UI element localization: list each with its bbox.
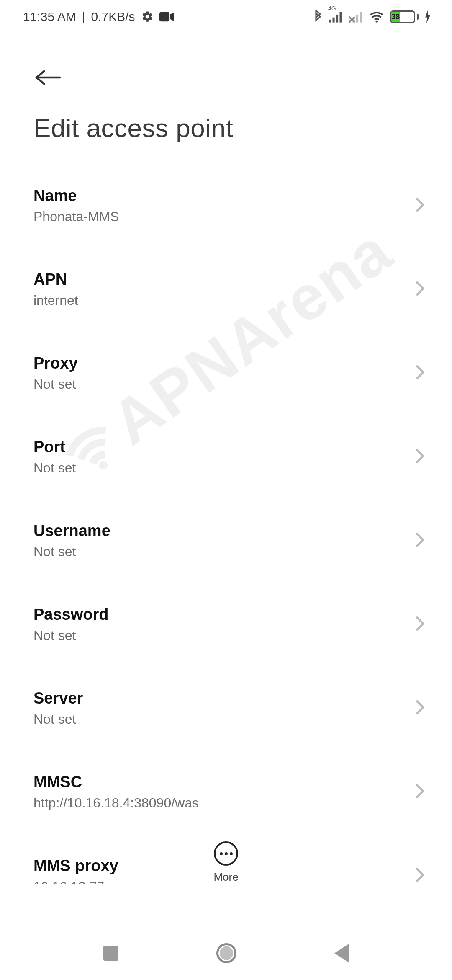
camera-icon bbox=[159, 12, 174, 22]
field-value: Not set bbox=[33, 628, 404, 643]
field-proxy[interactable]: Proxy Not set bbox=[33, 331, 429, 415]
field-label: Server bbox=[33, 689, 404, 707]
status-time: 11:35 AM bbox=[23, 10, 76, 24]
gear-icon bbox=[141, 10, 154, 23]
chevron-right-icon bbox=[415, 783, 425, 801]
wifi-icon bbox=[369, 10, 384, 23]
field-label: Password bbox=[33, 606, 404, 624]
page-title: Edit access point bbox=[33, 113, 452, 143]
field-username[interactable]: Username Not set bbox=[33, 499, 429, 583]
chevron-right-icon bbox=[415, 448, 425, 466]
field-apn[interactable]: APN internet bbox=[33, 248, 429, 331]
field-label: APN bbox=[33, 271, 404, 289]
chevron-right-icon bbox=[415, 280, 425, 299]
field-value: Not set bbox=[33, 544, 404, 560]
chevron-right-icon bbox=[415, 699, 425, 717]
svg-point-11 bbox=[376, 21, 378, 23]
arrow-left-icon bbox=[35, 68, 61, 87]
more-icon bbox=[214, 841, 238, 866]
status-net-speed: 0.7KB/s bbox=[91, 10, 135, 24]
chevron-right-icon bbox=[415, 364, 425, 382]
apn-settings-list: Name Phonata-MMS APN internet Proxy Not … bbox=[0, 164, 452, 884]
field-mmsc[interactable]: MMSC http://10.16.18.4:38090/was bbox=[33, 750, 429, 834]
back-button[interactable] bbox=[29, 59, 67, 96]
chevron-right-icon bbox=[415, 531, 425, 550]
system-nav-bar bbox=[0, 926, 452, 980]
field-label: Username bbox=[33, 522, 404, 540]
chevron-right-icon bbox=[415, 615, 425, 634]
more-button[interactable]: More bbox=[0, 841, 452, 884]
field-value: Phonata-MMS bbox=[33, 209, 404, 224]
svg-rect-2 bbox=[333, 18, 335, 23]
status-left-cluster: 11:35 AM | 0.7KB/s bbox=[23, 10, 174, 24]
charging-icon bbox=[424, 10, 431, 23]
status-bar: 11:35 AM | 0.7KB/s 4G 38 bbox=[0, 0, 452, 34]
nav-recents-button[interactable] bbox=[103, 946, 118, 961]
field-value: http://10.16.18.4:38090/was bbox=[33, 795, 404, 811]
field-label: MMSC bbox=[33, 773, 404, 791]
field-password[interactable]: Password Not set bbox=[33, 583, 429, 666]
status-divider: | bbox=[82, 10, 85, 24]
field-label: Port bbox=[33, 438, 404, 456]
chevron-right-icon bbox=[415, 196, 425, 215]
nav-back-button[interactable] bbox=[334, 944, 349, 962]
svg-rect-4 bbox=[340, 12, 342, 22]
field-value: Not set bbox=[33, 377, 404, 392]
signal-icon-4g: 4G bbox=[329, 11, 343, 23]
svg-rect-8 bbox=[360, 12, 362, 22]
field-label: Proxy bbox=[33, 354, 404, 372]
svg-rect-1 bbox=[329, 20, 331, 23]
svg-rect-3 bbox=[336, 15, 338, 23]
field-port[interactable]: Port Not set bbox=[33, 415, 429, 499]
battery-indicator: 38 bbox=[390, 10, 419, 23]
status-right-cluster: 4G 38 bbox=[313, 10, 431, 24]
more-label: More bbox=[213, 871, 238, 884]
nav-home-button[interactable] bbox=[216, 943, 236, 963]
field-server[interactable]: Server Not set bbox=[33, 666, 429, 750]
signal-icon-no-sim bbox=[349, 11, 363, 23]
field-name[interactable]: Name Phonata-MMS bbox=[33, 164, 429, 248]
svg-rect-0 bbox=[159, 12, 170, 22]
field-value: Not set bbox=[33, 712, 404, 727]
field-value: Not set bbox=[33, 460, 404, 476]
svg-rect-7 bbox=[356, 15, 358, 23]
field-value: internet bbox=[33, 293, 404, 308]
field-label: Name bbox=[33, 187, 404, 205]
bluetooth-icon bbox=[313, 10, 323, 24]
